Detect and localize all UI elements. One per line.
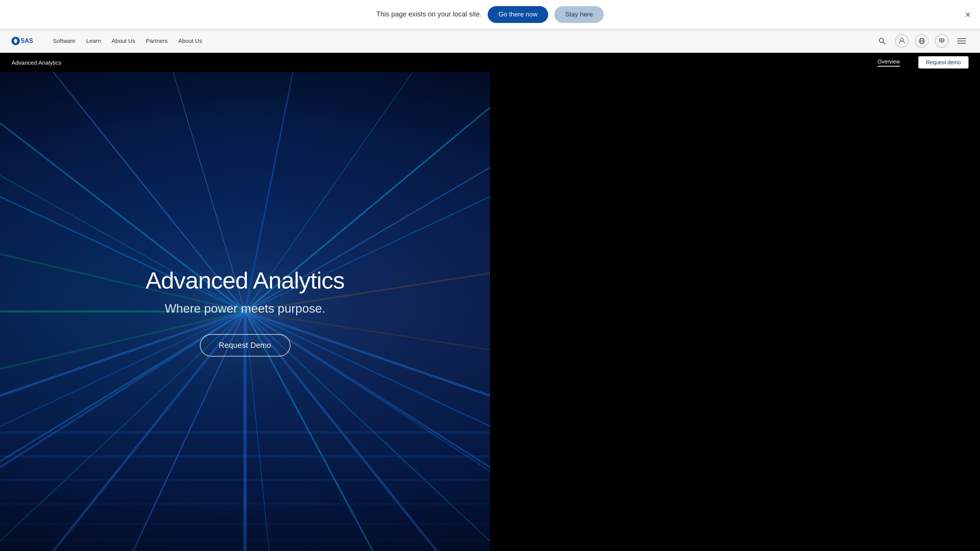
nav-software[interactable]: Software — [53, 37, 75, 44]
notification-text: This page exists on your local site. — [376, 10, 482, 18]
hero-cta-button[interactable]: Request Demo — [200, 334, 291, 357]
main-nav: SAS Software Learn About Us Partners Abo… — [0, 29, 490, 53]
nav-learn[interactable]: Learn — [86, 37, 101, 44]
nav-about-us[interactable]: About Us — [178, 37, 202, 44]
sub-nav: Advanced Analytics Overview Request demo — [0, 53, 490, 72]
site-logo[interactable]: SAS — [11, 33, 39, 49]
go-there-button[interactable]: Go there now — [488, 6, 490, 23]
hero-content: Advanced Analytics Where power meets pur… — [130, 267, 360, 357]
nav-links: Software Learn About Us Partners About U… — [53, 37, 490, 44]
hero-title: Advanced Analytics — [145, 267, 345, 294]
svg-text:SAS: SAS — [21, 37, 33, 44]
nav-partners[interactable]: Partners — [146, 37, 168, 44]
nav-about[interactable]: About Us — [112, 37, 136, 44]
sub-nav-title: Advanced Analytics — [11, 59, 61, 66]
notification-bar: This page exists on your local site. Go … — [0, 0, 490, 29]
hero-section: Advanced Analytics Where power meets pur… — [0, 72, 490, 551]
hero-subtitle: Where power meets purpose. — [145, 302, 345, 316]
